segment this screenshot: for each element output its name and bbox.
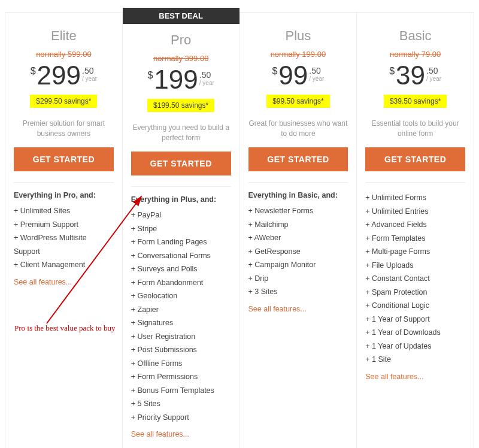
normally-price: normally 599.00	[36, 50, 92, 59]
price-period: / year	[82, 75, 97, 82]
tier-name: Elite	[14, 28, 114, 44]
features-list: + PayPal+ Stripe+ Form Landing Pages+ Co…	[131, 208, 231, 424]
feature-item: + 1 Year of Updates	[365, 340, 465, 353]
feature-item: + Offline Forms	[131, 357, 231, 371]
feature-item: + Unlimited Forms	[365, 191, 465, 205]
price-row: $ 299 .50 / year	[14, 62, 114, 89]
feature-item: + Premium Support	[14, 218, 114, 232]
feature-item: + Mailchimp	[248, 218, 348, 232]
features-list: + Newsletter Forms+ Mailchimp+ AWeber+ G…	[248, 204, 348, 299]
savings-badge: $299.50 savings*	[30, 95, 97, 108]
feature-item: + Campaign Monitor	[248, 258, 348, 272]
feature-item: + AWeber	[248, 231, 348, 245]
feature-item: + File Uploads	[365, 259, 465, 273]
tier-desc: Great for businesses who want to do more	[248, 119, 348, 139]
feature-item: + Signatures	[131, 316, 231, 330]
features-list: + Unlimited Forms+ Unlimited Entries+ Ad…	[365, 191, 465, 367]
currency-symbol: $	[272, 66, 277, 77]
feature-item: + Zapier	[131, 303, 231, 317]
get-started-button[interactable]: GET STARTED	[131, 152, 231, 175]
normally-price: normally 399.00	[153, 54, 209, 63]
price-row: $ 199 .50 / year	[131, 66, 231, 93]
divider	[14, 182, 114, 183]
feature-item: + Form Abandonment	[131, 276, 231, 290]
feature-item: + GetResponse	[248, 245, 348, 259]
tier-desc: Premier solution for smart business owne…	[14, 119, 114, 139]
feature-item: + Constant Contact	[365, 272, 465, 286]
get-started-button[interactable]: GET STARTED	[14, 147, 114, 171]
divider	[365, 182, 465, 183]
price-period: / year	[309, 75, 324, 82]
feature-item: + Bonus Form Templates	[131, 384, 231, 398]
pricing-grid: Elite normally 599.00 $ 299 .50 / year $…	[5, 12, 474, 448]
get-started-button[interactable]: GET STARTED	[365, 147, 465, 171]
tier-name: Pro	[131, 32, 231, 48]
price-row: $ 39 .50 / year	[365, 62, 465, 89]
feature-item: + Unlimited Entries	[365, 205, 465, 219]
currency-symbol: $	[31, 66, 36, 77]
features-heading: Everything in Pro, and:	[14, 191, 114, 199]
feature-item: + Post Submissions	[131, 343, 231, 357]
feature-item: + Stripe	[131, 222, 231, 236]
savings-badge: $39.50 savings*	[384, 95, 447, 108]
feature-item: + Advanced Fields	[365, 218, 465, 232]
price-cents: .50	[199, 70, 211, 80]
price-cents: .50	[309, 66, 320, 75]
price-amount: 299	[37, 62, 81, 89]
feature-item: + Multi-page Forms	[365, 245, 465, 259]
normally-price: normally 79.00	[390, 50, 441, 59]
price-period: / year	[426, 75, 441, 82]
feature-item: + Priority Support	[131, 411, 231, 425]
get-started-button[interactable]: GET STARTED	[248, 147, 348, 171]
tier-elite: Elite normally 599.00 $ 299 .50 / year $…	[5, 12, 123, 448]
see-all-link[interactable]: See all features...	[365, 373, 423, 381]
price-period: / year	[199, 80, 214, 86]
feature-item: + Geolocation	[131, 289, 231, 303]
feature-item: + Form Templates	[365, 232, 465, 246]
features-list: + Unlimited Sites+ Premium Support+ Word…	[14, 204, 114, 272]
savings-badge: $99.50 savings*	[266, 95, 329, 108]
currency-symbol: $	[389, 66, 395, 77]
price-amount: 199	[154, 66, 198, 93]
annotation-text: Pro is the best value pack to buy	[14, 323, 116, 333]
feature-item: + 1 Year of Support	[365, 313, 465, 326]
tier-pro: BEST DEAL Pro normally 399.00 $ 199 .50 …	[123, 12, 240, 448]
divider	[131, 186, 231, 187]
savings-badge: $199.50 savings*	[147, 99, 214, 112]
see-all-link[interactable]: See all features...	[14, 278, 72, 286]
feature-item: + Conditional Logic	[365, 299, 465, 313]
feature-item: + Form Landing Pages	[131, 235, 231, 249]
tier-desc: Essential tools to build your online for…	[365, 119, 465, 139]
features-heading: Everything in Plus, and:	[131, 195, 231, 204]
feature-item: + Spam Protection	[365, 286, 465, 299]
features-heading: Everything in Basic, and:	[248, 191, 348, 199]
feature-item: + 5 Sites	[131, 397, 231, 411]
tier-plus: Plus normally 199.00 $ 99 .50 / year $99…	[240, 12, 357, 448]
tier-name: Plus	[248, 28, 348, 44]
feature-item: + Newsletter Forms	[248, 204, 348, 218]
feature-item: + 3 Sites	[248, 285, 348, 299]
feature-item: + 1 Site	[365, 353, 465, 367]
price-row: $ 99 .50 / year	[248, 62, 348, 89]
price-cents: .50	[426, 66, 438, 75]
tier-name: Basic	[365, 28, 465, 44]
feature-item: + Client Management	[14, 258, 114, 272]
price-amount: 39	[396, 62, 425, 89]
tier-basic: Basic normally 79.00 $ 39 .50 / year $39…	[357, 12, 474, 448]
feature-item: + 1 Year of Downloads	[365, 326, 465, 340]
normally-price: normally 199.00	[271, 50, 326, 59]
feature-item: + Form Permissions	[131, 370, 231, 384]
best-deal-banner: BEST DEAL	[123, 8, 240, 24]
feature-item: + Surveys and Polls	[131, 262, 231, 276]
tier-desc: Everything you need to build a perfect f…	[131, 123, 231, 143]
feature-item: + User Registration	[131, 330, 231, 344]
feature-item: + WordPress Multisite Support	[14, 231, 114, 258]
price-cents: .50	[82, 66, 93, 75]
see-all-link[interactable]: See all features...	[131, 430, 189, 438]
currency-symbol: $	[147, 70, 153, 81]
see-all-link[interactable]: See all features...	[248, 305, 307, 313]
feature-item: + Drip	[248, 272, 348, 286]
feature-item: + Unlimited Sites	[14, 204, 114, 218]
feature-item: + Conversational Forms	[131, 249, 231, 263]
price-amount: 99	[278, 62, 308, 89]
